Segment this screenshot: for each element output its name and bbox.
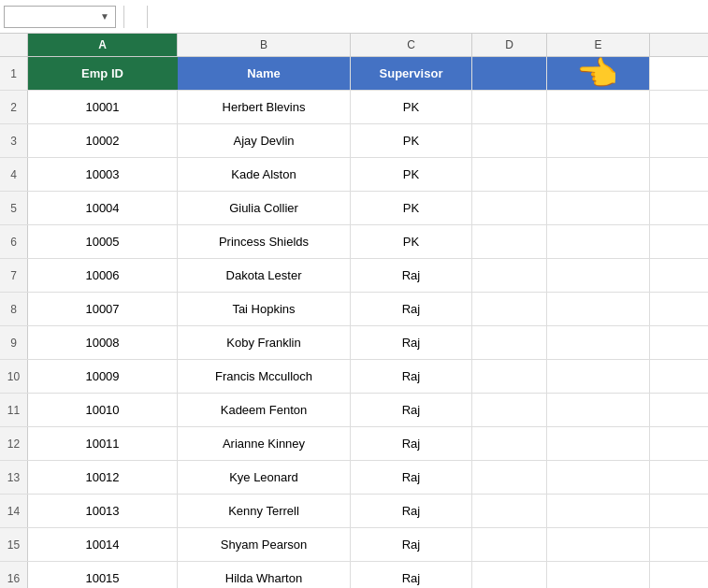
cell-10-col-d[interactable] — [472, 360, 547, 393]
table-row: 1510014Shyam PearsonRaj — [0, 528, 708, 562]
cell-10-col-b[interactable]: Francis Mcculloch — [178, 360, 351, 393]
cell-4-col-d[interactable] — [472, 158, 547, 191]
cell-2-col-e[interactable] — [547, 91, 650, 123]
cell-3-col-e[interactable] — [547, 124, 650, 157]
cell-9-col-e[interactable] — [547, 326, 650, 359]
cell-15-col-a[interactable]: 10014 — [28, 528, 178, 561]
cell-14-col-c[interactable]: Raj — [351, 495, 472, 527]
row-number: 5 — [0, 192, 28, 224]
cell-14-col-d[interactable] — [472, 495, 547, 527]
cell-7-col-e[interactable] — [547, 259, 650, 292]
formula-bar-separator — [123, 6, 124, 28]
cell-6-col-c[interactable]: PK — [351, 225, 472, 258]
cell-11-col-c[interactable]: Raj — [351, 394, 472, 426]
col-header-a[interactable]: A — [28, 34, 178, 56]
cell-5-col-c[interactable]: PK — [351, 192, 472, 224]
row-number: 1 — [0, 57, 28, 90]
cell-11-col-a[interactable]: 10010 — [28, 394, 178, 426]
cell-11-col-b[interactable]: Kadeem Fenton — [178, 394, 351, 426]
cell-10-col-e[interactable] — [547, 360, 650, 393]
cell-15-col-e[interactable] — [547, 528, 650, 561]
cell-4-col-a[interactable]: 10003 — [28, 158, 178, 191]
cell-12-col-e[interactable] — [547, 427, 650, 460]
table-row: 1110010Kadeem FentonRaj — [0, 394, 708, 427]
cell-12-col-d[interactable] — [472, 427, 547, 460]
cell-2-col-a[interactable]: 10001 — [28, 91, 178, 123]
cell-13-col-c[interactable]: Raj — [351, 461, 472, 494]
cell-1-col-a[interactable]: Emp ID — [28, 57, 178, 90]
cell-7-col-b[interactable]: Dakota Lester — [178, 259, 351, 292]
cell-3-col-a[interactable]: 10002 — [28, 124, 178, 157]
cell-15-col-c[interactable]: Raj — [351, 528, 472, 561]
cell-8-col-b[interactable]: Tai Hopkins — [178, 293, 351, 325]
cell-11-col-d[interactable] — [472, 394, 547, 426]
cell-8-col-a[interactable]: 10007 — [28, 293, 178, 325]
row-number: 14 — [0, 495, 28, 527]
cell-7-col-d[interactable] — [472, 259, 547, 292]
cell-5-col-b[interactable]: Giulia Collier — [178, 192, 351, 224]
cell-2-col-d[interactable] — [472, 91, 547, 123]
cell-9-col-c[interactable]: Raj — [351, 326, 472, 359]
cell-16-col-a[interactable]: 10015 — [28, 562, 178, 588]
cell-6-col-d[interactable] — [472, 225, 547, 258]
cell-8-col-c[interactable]: Raj — [351, 293, 472, 325]
name-box-dropdown-icon[interactable]: ▼ — [100, 11, 109, 22]
cell-9-col-a[interactable]: 10008 — [28, 326, 178, 359]
cell-6-col-b[interactable]: Princess Shields — [178, 225, 351, 258]
cell-7-col-a[interactable]: 10006 — [28, 259, 178, 292]
col-header-e[interactable]: E — [547, 34, 650, 56]
col-header-b[interactable]: B — [178, 34, 351, 56]
cell-3-col-d[interactable] — [472, 124, 547, 157]
cell-1-col-c[interactable]: Supervisor — [351, 57, 472, 90]
cell-14-col-b[interactable]: Kenny Terrell — [178, 495, 351, 527]
cell-13-col-e[interactable] — [547, 461, 650, 494]
table-row: 710006Dakota LesterRaj — [0, 259, 708, 293]
cell-1-col-d[interactable] — [472, 57, 547, 90]
cell-14-col-a[interactable]: 10013 — [28, 495, 178, 527]
cell-5-col-e[interactable] — [547, 192, 650, 224]
cell-16-col-c[interactable]: Raj — [351, 562, 472, 588]
cell-16-col-d[interactable] — [472, 562, 547, 588]
cell-7-col-c[interactable]: Raj — [351, 259, 472, 292]
cell-4-col-e[interactable] — [547, 158, 650, 191]
cell-12-col-c[interactable]: Raj — [351, 427, 472, 460]
cell-1-col-e[interactable]: 👉 — [547, 57, 650, 90]
col-header-d[interactable]: D — [472, 34, 547, 56]
cell-6-col-e[interactable] — [547, 225, 650, 258]
col-header-c[interactable]: C — [351, 34, 472, 56]
cell-12-col-b[interactable]: Arianne Kinney — [178, 427, 351, 460]
cell-2-col-c[interactable]: PK — [351, 91, 472, 123]
cell-8-col-d[interactable] — [472, 293, 547, 325]
cell-16-col-b[interactable]: Hilda Wharton — [178, 562, 351, 588]
cell-9-col-d[interactable] — [472, 326, 547, 359]
row-number: 4 — [0, 158, 28, 191]
table-row: 1Emp IDNameSupervisor👉 — [0, 57, 708, 91]
cell-12-col-a[interactable]: 10011 — [28, 427, 178, 460]
row-number: 3 — [0, 124, 28, 157]
table-row: 1310012Kye LeonardRaj — [0, 461, 708, 495]
cell-9-col-b[interactable]: Koby Franklin — [178, 326, 351, 359]
cell-4-col-c[interactable]: PK — [351, 158, 472, 191]
cell-16-col-e[interactable] — [547, 562, 650, 588]
formula-bar-separator2 — [147, 6, 148, 28]
cell-6-col-a[interactable]: 10005 — [28, 225, 178, 258]
table-row: 310002Ajay DevlinPK — [0, 124, 708, 158]
cell-13-col-a[interactable]: 10012 — [28, 461, 178, 494]
cell-2-col-b[interactable]: Herbert Blevins — [178, 91, 351, 123]
cell-3-col-b[interactable]: Ajay Devlin — [178, 124, 351, 157]
cell-4-col-b[interactable]: Kade Alston — [178, 158, 351, 191]
cell-14-col-e[interactable] — [547, 495, 650, 527]
cell-15-col-d[interactable] — [472, 528, 547, 561]
cell-5-col-a[interactable]: 10004 — [28, 192, 178, 224]
cell-13-col-b[interactable]: Kye Leonard — [178, 461, 351, 494]
cell-11-col-e[interactable] — [547, 394, 650, 426]
cell-10-col-c[interactable]: Raj — [351, 360, 472, 393]
cell-1-col-b[interactable]: Name — [178, 57, 351, 90]
cell-10-col-a[interactable]: 10009 — [28, 360, 178, 393]
cell-13-col-d[interactable] — [472, 461, 547, 494]
cell-15-col-b[interactable]: Shyam Pearson — [178, 528, 351, 561]
cell-3-col-c[interactable]: PK — [351, 124, 472, 157]
cell-5-col-d[interactable] — [472, 192, 547, 224]
cell-8-col-e[interactable] — [547, 293, 650, 325]
name-box[interactable]: ▼ — [4, 6, 116, 28]
